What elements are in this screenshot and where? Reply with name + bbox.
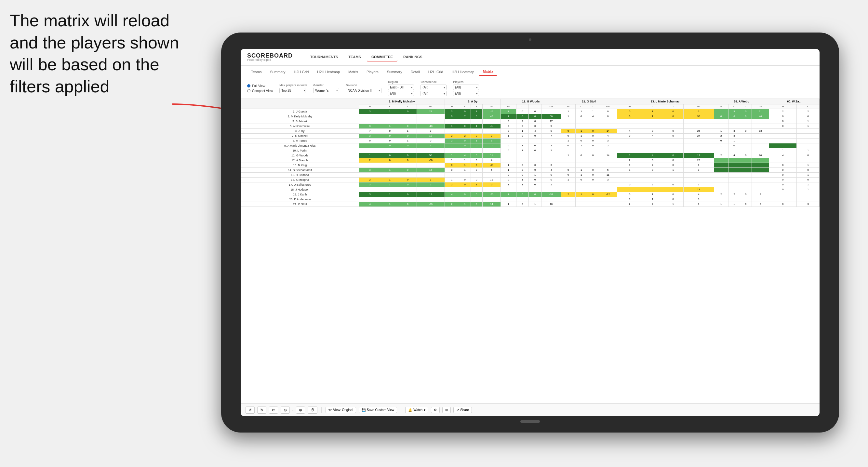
table-row: 11. G Woods 10050 14011 10014 14017 2402… [241,153,819,158]
table-row: 10. L Perini 0102 11 [241,148,819,153]
table-row: 5. A Nomrowski 310-13 101-1 0009 01 [241,124,819,128]
gender-select-wrapper: Women's Men's [313,88,339,93]
player-label: 2. M Kelly Mulcahy [241,114,359,119]
compact-view-option[interactable]: Compact View [247,89,273,93]
save-icon: 💾 [362,408,366,412]
timer-button[interactable]: ⏱ [308,406,317,414]
players-select-wrapper1: (All) [453,85,479,90]
col-player-1: 2. M Kelly Mulcahy [359,99,444,104]
tab-summary2[interactable]: Summary [383,68,406,75]
view-options: Full View Compact View [247,84,273,93]
refresh-icon: ⟳ [272,408,275,412]
watch-label: Watch [413,408,423,412]
view-original-button[interactable]: 👁 View: Original [326,407,356,413]
players-select1[interactable]: (All) [453,85,479,90]
watch-button[interactable]: 🔔 Watch ▾ [405,407,428,413]
tab-players[interactable]: Players [363,68,382,75]
player-label: 7. O Mitchell [241,133,359,138]
settings-button[interactable]: ⚙ [431,407,440,413]
table-row: 9. A Maria Jimenez Rios 1006 100-7 0102 … [241,143,819,148]
table-row: 21. O Stoll 410-33 21014 13110 2211 1109… [241,201,819,207]
table-row: 8. M Torres 0010 2013 1003 01 [241,138,819,143]
full-view-radio[interactable] [247,84,250,88]
tab-matrix[interactable]: Matrix [344,68,362,75]
table-row: 14. S Srichantamit 31016 0105 1204 0105 … [241,167,819,173]
redo-button[interactable]: ↻ [257,406,266,414]
max-players-filter: Max players in view Top 25 Top 50 All [279,84,307,93]
table-row: 16. X Mcopha 2103 10011 0100 1003 00 [241,177,819,182]
gender-select[interactable]: Women's Men's [313,88,339,93]
player-label: 5. A Nomrowski [241,124,359,128]
nav-tournaments[interactable]: TOURNAMENTS [306,53,342,61]
conference-select1[interactable]: (All) [421,85,446,90]
region-filter: Region East - DII West - DII (All) (All) [388,80,414,96]
col-player-6: 38. A Webb [714,99,769,104]
tab-h2h-heatmap2[interactable]: H2H Heatmap [448,68,478,75]
col-player-7: 60. W Za... [769,99,819,104]
nav-rankings[interactable]: RANKINGS [399,53,427,61]
division-select[interactable]: NCAA Division II NCAA Division I NCAA Di… [346,88,381,93]
zoom-in-button[interactable]: ⊕ [296,406,305,414]
compact-view-radio[interactable] [247,89,250,92]
region-select-wrapper2: (All) [388,91,414,96]
table-row: 19. J Kanh 31019 400-20 100-31 210-12 01… [241,192,819,197]
division-filter: Division NCAA Division II NCAA Division … [346,84,381,93]
nav-teams[interactable]: TEAMS [344,53,366,61]
conference-select2[interactable]: (All) [421,91,446,96]
tab-h2h-heatmap[interactable]: H2H Heatmap [313,68,344,75]
zoom-out-icon: ⊖ [284,408,287,412]
share-button[interactable]: ↗ Share [453,407,472,413]
player-label: 10. L Perini [241,148,359,153]
player-label: 17. D Ballesteros [241,182,359,187]
tab-matrix2[interactable]: Matrix [479,68,497,76]
annotation-text: The matrix will reload and the players s… [10,10,198,98]
refresh-button[interactable]: ⟳ [269,406,278,414]
player-label: 9. A Maria Jimenez Rios [241,143,359,148]
player-label: 16. X Mcopha [241,177,359,182]
table-row: 17. D Ballesteros 3105 2010 1101 0207 01 [241,182,819,187]
matrix-content[interactable]: 2. M Kelly Mulcahy 6. A Dy 11. G Woods 2… [241,99,819,403]
grid-icon: ⊞ [445,408,448,412]
tab-h2h-grid2[interactable]: H2H Grid [425,68,447,75]
zoom-out-button[interactable]: ⊖ [281,406,290,414]
tab-detail[interactable]: Detail [407,68,424,75]
toolbar-sep2 [401,407,401,413]
table-row: 3. S Jelinek 02017 01 [241,119,819,124]
tablet-device: SCOREBOARD Powered by clippd TOURNAMENTS… [221,33,839,433]
tab-h2h-grid[interactable]: H2H Grid [290,68,313,75]
logo-area: SCOREBOARD Powered by clippd [247,53,293,61]
nav-committee[interactable]: COMMITTEE [367,53,397,61]
col-player-3: 11. G Woods [501,99,561,104]
division-select-wrapper: NCAA Division II NCAA Division I NCAA Di… [346,88,381,93]
tablet-home-button[interactable] [520,420,540,423]
conference-filter: Conference (All) (All) [421,80,446,96]
grid-button[interactable]: ⊞ [442,407,451,413]
full-view-option[interactable]: Full View [247,84,273,88]
nav-bar: SCOREBOARD Powered by clippd TOURNAMENTS… [241,49,819,66]
col-player-5: 23. L Marie Schumac. [617,99,714,104]
conference-select-wrapper1: (All) [421,85,446,90]
player-label: 20. E Andersson [241,197,359,201]
players-select2[interactable]: (All) [453,91,479,96]
conference-label: Conference [421,80,446,84]
max-players-select-wrapper: Top 25 Top 50 All [279,88,307,93]
player-label: 8. M Torres [241,138,359,143]
timer-icon: ⏱ [311,408,314,412]
region-label: Region [388,80,414,84]
tab-summary[interactable]: Summary [266,68,289,75]
save-custom-button[interactable]: 💾 Save Custom View [359,407,397,413]
zoom-in-icon: ⊕ [299,408,302,412]
undo-button[interactable]: ↺ [246,406,255,414]
tab-teams[interactable]: Teams [247,68,266,75]
gender-filter: Gender Women's Men's [313,84,339,93]
col-player-2: 6. A Dy [444,99,500,104]
player-label: 6. A Dy [241,128,359,133]
gear-icon: ⚙ [434,408,437,412]
table-row: 12. A Bianchi 200-58 1104 20025 [241,158,819,163]
region-select1[interactable]: East - DII West - DII (All) [388,85,414,90]
player-label: 11. G Woods [241,153,359,158]
eye-icon: 👁 [329,408,332,412]
col-player-4: 21. O Stoll [561,99,617,104]
region-select2[interactable]: (All) [388,91,414,96]
max-players-select[interactable]: Top 25 Top 50 All [279,88,305,93]
